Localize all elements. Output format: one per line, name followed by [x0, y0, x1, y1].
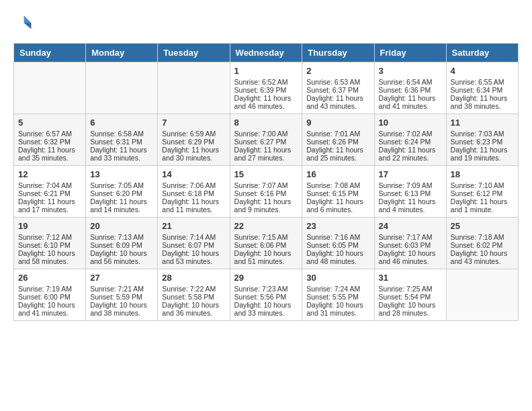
- calendar-cell: [14, 62, 86, 114]
- day-number: 19: [18, 221, 81, 231]
- calendar-cell: 16Sunrise: 7:08 AMSunset: 6:15 PMDayligh…: [302, 166, 374, 218]
- day-info-line: Daylight: 10 hours and 46 minutes.: [379, 249, 442, 265]
- day-info-line: Sunset: 6:27 PM: [234, 138, 298, 146]
- day-info-line: Sunrise: 6:52 AM: [234, 78, 298, 86]
- calendar-cell: [446, 269, 518, 321]
- day-info-line: Sunset: 6:29 PM: [162, 138, 225, 146]
- weekday-header-cell: Thursday: [302, 44, 374, 62]
- day-number: 27: [90, 273, 153, 283]
- calendar-cell: 28Sunrise: 7:22 AMSunset: 5:58 PMDayligh…: [158, 269, 230, 321]
- calendar-cell: 17Sunrise: 7:09 AMSunset: 6:13 PMDayligh…: [374, 166, 446, 218]
- day-info-line: Daylight: 11 hours and 1 minute.: [451, 197, 514, 214]
- day-info-line: Sunset: 5:59 PM: [90, 293, 153, 301]
- day-info-line: Daylight: 10 hours and 33 minutes.: [234, 301, 298, 317]
- day-info-line: Sunrise: 7:23 AM: [234, 285, 298, 293]
- day-info-line: Daylight: 10 hours and 43 minutes.: [451, 249, 514, 265]
- day-number: 23: [306, 221, 369, 231]
- day-info-line: Daylight: 11 hours and 35 minutes.: [18, 146, 81, 162]
- day-info-line: Sunset: 6:24 PM: [379, 138, 442, 146]
- day-info-line: Daylight: 10 hours and 28 minutes.: [379, 301, 442, 317]
- day-info-line: Daylight: 10 hours and 41 minutes.: [18, 301, 81, 317]
- calendar-week-row: 5Sunrise: 6:57 AMSunset: 6:32 PMDaylight…: [14, 114, 519, 166]
- calendar-cell: 27Sunrise: 7:21 AMSunset: 5:59 PMDayligh…: [86, 269, 158, 321]
- day-info-line: Sunrise: 7:10 AM: [451, 181, 514, 189]
- calendar-cell: 13Sunrise: 7:05 AMSunset: 6:20 PMDayligh…: [86, 166, 158, 218]
- day-info-line: Sunrise: 6:58 AM: [90, 130, 153, 138]
- day-info-line: Sunrise: 7:06 AM: [162, 181, 225, 189]
- day-info-line: Sunrise: 7:01 AM: [306, 130, 369, 138]
- day-info-line: Sunset: 6:05 PM: [306, 241, 369, 249]
- calendar-cell: 10Sunrise: 7:02 AMSunset: 6:24 PMDayligh…: [374, 114, 446, 166]
- day-info-line: Sunrise: 6:57 AM: [18, 130, 81, 138]
- day-info-line: Sunrise: 7:18 AM: [451, 233, 514, 241]
- day-info-line: Sunset: 6:37 PM: [306, 86, 369, 94]
- day-info-line: Daylight: 11 hours and 9 minutes.: [234, 197, 298, 214]
- weekday-header-cell: Sunday: [14, 44, 86, 62]
- calendar-cell: 12Sunrise: 7:04 AMSunset: 6:21 PMDayligh…: [14, 166, 86, 218]
- day-info-line: Sunset: 6:13 PM: [379, 189, 442, 197]
- day-number: 13: [90, 169, 153, 179]
- day-info-line: Daylight: 11 hours and 43 minutes.: [306, 94, 369, 110]
- day-info-line: Daylight: 11 hours and 14 minutes.: [90, 197, 153, 214]
- calendar-body: 1Sunrise: 6:52 AMSunset: 6:39 PMDaylight…: [14, 62, 519, 321]
- weekday-header-cell: Tuesday: [158, 44, 230, 62]
- day-number: 2: [306, 66, 369, 76]
- day-number: 14: [162, 169, 225, 179]
- day-info-line: Sunrise: 7:04 AM: [18, 181, 81, 189]
- day-info-line: Sunset: 5:58 PM: [162, 293, 225, 301]
- day-info-line: Daylight: 11 hours and 4 minutes.: [379, 197, 442, 214]
- calendar-cell: 1Sunrise: 6:52 AMSunset: 6:39 PMDaylight…: [230, 62, 302, 114]
- calendar-cell: 8Sunrise: 7:00 AMSunset: 6:27 PMDaylight…: [230, 114, 302, 166]
- calendar-cell: 31Sunrise: 7:25 AMSunset: 5:54 PMDayligh…: [374, 269, 446, 321]
- calendar-week-row: 12Sunrise: 7:04 AMSunset: 6:21 PMDayligh…: [14, 166, 519, 218]
- day-info-line: Daylight: 11 hours and 17 minutes.: [18, 197, 81, 214]
- day-info-line: Sunset: 6:12 PM: [451, 189, 514, 197]
- calendar-cell: 6Sunrise: 6:58 AMSunset: 6:31 PMDaylight…: [86, 114, 158, 166]
- day-number: 30: [306, 273, 369, 283]
- day-number: 26: [18, 273, 81, 283]
- day-info-line: Daylight: 10 hours and 58 minutes.: [18, 249, 81, 265]
- day-info-line: Daylight: 11 hours and 6 minutes.: [306, 197, 369, 214]
- page-header: [13, 13, 519, 32]
- calendar-cell: 14Sunrise: 7:06 AMSunset: 6:18 PMDayligh…: [158, 166, 230, 218]
- day-number: 24: [379, 221, 442, 231]
- day-number: 5: [18, 118, 81, 128]
- day-info-line: Sunset: 5:56 PM: [234, 293, 298, 301]
- svg-marker-1: [24, 23, 32, 29]
- day-info-line: Sunrise: 7:00 AM: [234, 130, 298, 138]
- calendar-cell: 21Sunrise: 7:14 AMSunset: 6:07 PMDayligh…: [158, 218, 230, 269]
- day-number: 20: [90, 221, 153, 231]
- calendar-cell: 26Sunrise: 7:19 AMSunset: 6:00 PMDayligh…: [14, 269, 86, 321]
- day-info-line: Sunrise: 7:07 AM: [234, 181, 298, 189]
- day-info-line: Sunrise: 7:22 AM: [162, 285, 225, 293]
- day-info-line: Daylight: 11 hours and 25 minutes.: [306, 146, 369, 162]
- weekday-header-cell: Saturday: [446, 44, 518, 62]
- day-info-line: Sunset: 6:16 PM: [234, 189, 298, 197]
- day-info-line: Sunset: 6:32 PM: [18, 138, 81, 146]
- day-info-line: Sunset: 6:34 PM: [451, 86, 514, 94]
- calendar-cell: 18Sunrise: 7:10 AMSunset: 6:12 PMDayligh…: [446, 166, 518, 218]
- day-info-line: Sunrise: 7:14 AM: [162, 233, 225, 241]
- calendar-cell: 19Sunrise: 7:12 AMSunset: 6:10 PMDayligh…: [14, 218, 86, 269]
- calendar-cell: 4Sunrise: 6:55 AMSunset: 6:34 PMDaylight…: [446, 62, 518, 114]
- day-number: 16: [306, 169, 369, 179]
- day-info-line: Daylight: 11 hours and 38 minutes.: [451, 94, 514, 110]
- day-number: 28: [162, 273, 225, 283]
- day-info-line: Sunrise: 7:24 AM: [306, 285, 369, 293]
- day-info-line: Sunset: 6:06 PM: [234, 241, 298, 249]
- day-info-line: Sunrise: 7:21 AM: [90, 285, 153, 293]
- calendar-cell: 5Sunrise: 6:57 AMSunset: 6:32 PMDaylight…: [14, 114, 86, 166]
- day-info-line: Sunrise: 6:55 AM: [451, 78, 514, 86]
- day-info-line: Sunset: 6:39 PM: [234, 86, 298, 94]
- calendar-cell: 22Sunrise: 7:15 AMSunset: 6:06 PMDayligh…: [230, 218, 302, 269]
- day-info-line: Sunset: 6:21 PM: [18, 189, 81, 197]
- calendar-cell: 25Sunrise: 7:18 AMSunset: 6:02 PMDayligh…: [446, 218, 518, 269]
- day-info-line: Daylight: 11 hours and 33 minutes.: [90, 146, 153, 162]
- day-number: 3: [379, 66, 442, 76]
- day-info-line: Sunset: 6:15 PM: [306, 189, 369, 197]
- calendar-cell: [86, 62, 158, 114]
- day-info-line: Sunset: 5:55 PM: [306, 293, 369, 301]
- calendar-week-row: 1Sunrise: 6:52 AMSunset: 6:39 PMDaylight…: [14, 62, 519, 114]
- weekday-header-row: SundayMondayTuesdayWednesdayThursdayFrid…: [14, 44, 519, 62]
- day-info-line: Daylight: 11 hours and 27 minutes.: [234, 146, 298, 162]
